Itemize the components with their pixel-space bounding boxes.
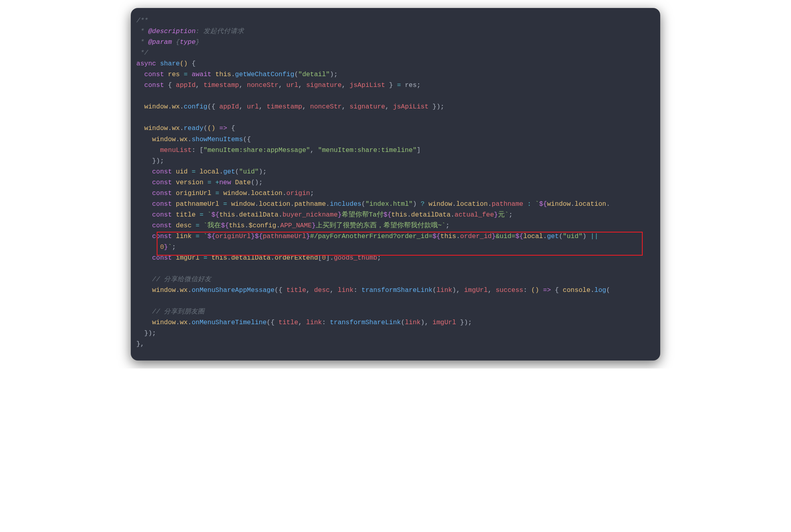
doc-line: * @description: 发起代付请求 bbox=[136, 28, 244, 35]
code-block: /** * @description: 发起代付请求 * @param {typ… bbox=[136, 15, 655, 349]
code-card: /** * @description: 发起代付请求 * @param {typ… bbox=[131, 8, 660, 361]
doc-line: * @param {type} bbox=[136, 38, 199, 46]
doc-line: */ bbox=[136, 49, 148, 57]
doc-line: /** bbox=[136, 17, 148, 24]
